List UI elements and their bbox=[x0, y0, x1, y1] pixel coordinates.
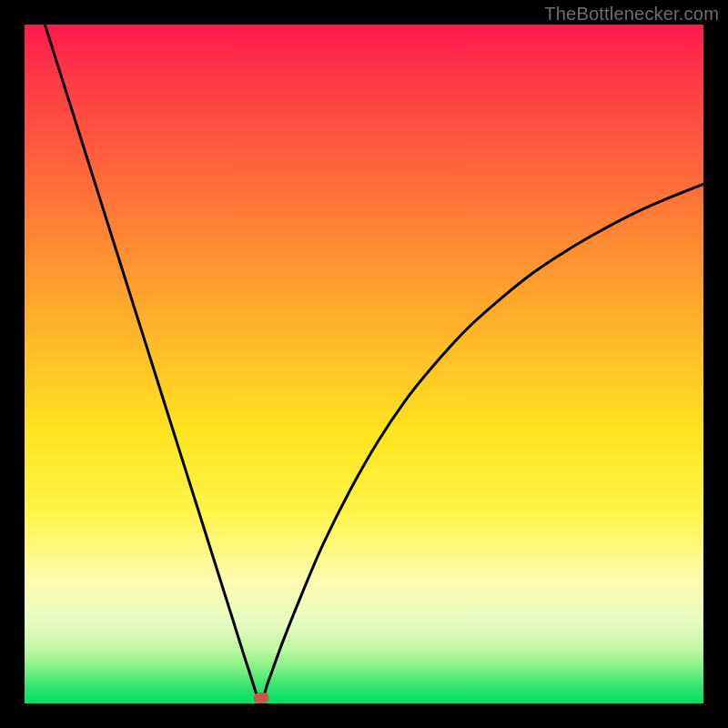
chart-frame: TheBottlenecker.com bbox=[0, 0, 728, 728]
attribution-text: TheBottlenecker.com bbox=[544, 4, 719, 25]
plot-area bbox=[25, 25, 703, 703]
optimal-point-marker bbox=[254, 693, 269, 703]
curve-svg bbox=[25, 25, 703, 703]
bottleneck-curve bbox=[45, 25, 703, 700]
